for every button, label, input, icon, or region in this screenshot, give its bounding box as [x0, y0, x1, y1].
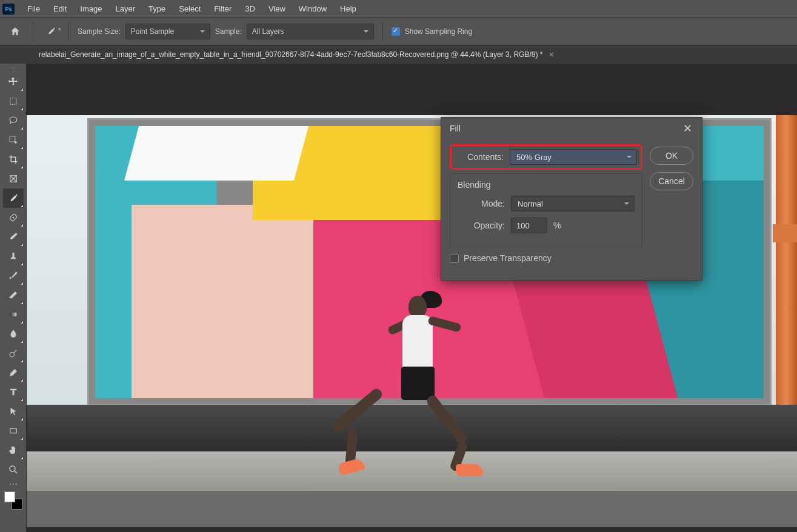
svg-point-5 [10, 353, 15, 357]
history-brush-tool[interactable] [3, 266, 24, 285]
options-bar: ▾ Sample Size: Point Sample Sample: All … [0, 18, 797, 45]
pen-tool[interactable] [3, 363, 24, 382]
rectangle-tool[interactable] [3, 421, 24, 441]
sample-size-select[interactable]: Point Sample [125, 24, 210, 39]
contents-label: Contents: [455, 152, 504, 162]
close-icon[interactable]: ✕ [681, 122, 693, 135]
path-select-tool[interactable] [3, 402, 24, 421]
lasso-tool[interactable] [3, 111, 24, 130]
svg-rect-6 [10, 428, 16, 433]
divider [68, 22, 69, 41]
preserve-transparency-label: Preserve Transparency [464, 253, 552, 263]
sample-label: Sample: [215, 27, 242, 36]
zoom-tool[interactable] [3, 460, 24, 479]
move-tool[interactable] [3, 72, 24, 91]
opacity-input[interactable] [511, 218, 547, 233]
menu-file[interactable]: File [21, 4, 47, 13]
close-tab-icon[interactable]: × [549, 50, 553, 59]
toolbox: ⋯ [0, 64, 27, 532]
dodge-tool[interactable] [3, 344, 24, 363]
opacity-unit: % [553, 221, 561, 230]
svg-rect-4 [10, 313, 16, 316]
show-sampling-ring-checkbox[interactable] [392, 27, 400, 36]
blending-label: Blending [458, 180, 635, 190]
dialog-title-bar[interactable]: Fill ✕ [441, 118, 702, 139]
color-swatches[interactable] [4, 491, 22, 510]
gradient-tool[interactable] [3, 305, 24, 324]
menu-type[interactable]: Type [142, 4, 172, 13]
contents-select[interactable]: 50% Gray [510, 149, 637, 165]
toolbox-grip[interactable] [2, 66, 24, 71]
marquee-tool[interactable] [3, 91, 24, 111]
preserve-transparency-checkbox[interactable] [450, 254, 459, 263]
eyedropper-tool[interactable] [3, 188, 24, 208]
menu-view[interactable]: View [262, 4, 292, 13]
svg-point-7 [10, 466, 15, 471]
menu-image[interactable]: Image [73, 4, 108, 13]
opacity-label: Opacity: [458, 221, 505, 230]
mode-select[interactable]: Normal [511, 196, 635, 211]
svg-rect-0 [10, 98, 16, 105]
foreground-color-swatch[interactable] [4, 491, 15, 502]
menu-window[interactable]: Window [292, 4, 333, 13]
hand-tool[interactable] [3, 441, 24, 460]
quick-select-tool[interactable] [3, 130, 24, 150]
menu-select[interactable]: Select [172, 4, 207, 13]
ok-button[interactable]: OK [650, 147, 693, 165]
edit-toolbar-icon[interactable]: ⋯ [3, 479, 24, 489]
crop-tool[interactable] [3, 150, 24, 169]
menu-layer[interactable]: Layer [109, 4, 142, 13]
current-tool-icon[interactable]: ▾ [42, 24, 60, 39]
sample-select[interactable]: All Layers [247, 24, 374, 39]
divider [382, 22, 383, 41]
brush-tool[interactable] [3, 227, 24, 247]
menu-filter[interactable]: Filter [207, 4, 238, 13]
eraser-tool[interactable] [3, 285, 24, 305]
sample-size-label: Sample Size: [78, 27, 121, 36]
menu-edit[interactable]: Edit [47, 4, 73, 13]
show-sampling-ring-label: Show Sampling Ring [405, 27, 472, 36]
home-icon[interactable] [6, 24, 24, 39]
clone-tool[interactable] [3, 247, 24, 266]
document-tab[interactable]: relabelai_Generate_an_image_of_a_white_e… [30, 45, 562, 64]
frame-tool[interactable] [3, 169, 24, 188]
menu-help[interactable]: Help [333, 4, 363, 13]
divider [33, 22, 33, 41]
blur-tool[interactable] [3, 324, 24, 344]
contents-row-highlight: Contents: 50% Gray [450, 144, 642, 170]
dialog-title: Fill [450, 124, 461, 133]
app-logo: Ps [2, 4, 15, 15]
cancel-button[interactable]: Cancel [650, 172, 693, 190]
menu-bar: Ps File Edit Image Layer Type Select Fil… [0, 0, 797, 18]
blending-fieldset: Blending Mode: Normal Opacity: % [450, 173, 642, 247]
mode-label: Mode: [458, 199, 505, 208]
healing-tool[interactable] [3, 208, 24, 227]
fill-dialog: Fill ✕ Contents: 50% Gray Blending Mode:… [441, 117, 702, 281]
document-tab-bar: relabelai_Generate_an_image_of_a_white_e… [0, 45, 797, 64]
menu-3d[interactable]: 3D [238, 4, 262, 13]
document-tab-title: relabelai_Generate_an_image_of_a_white_e… [39, 50, 542, 59]
type-tool[interactable] [3, 382, 24, 402]
